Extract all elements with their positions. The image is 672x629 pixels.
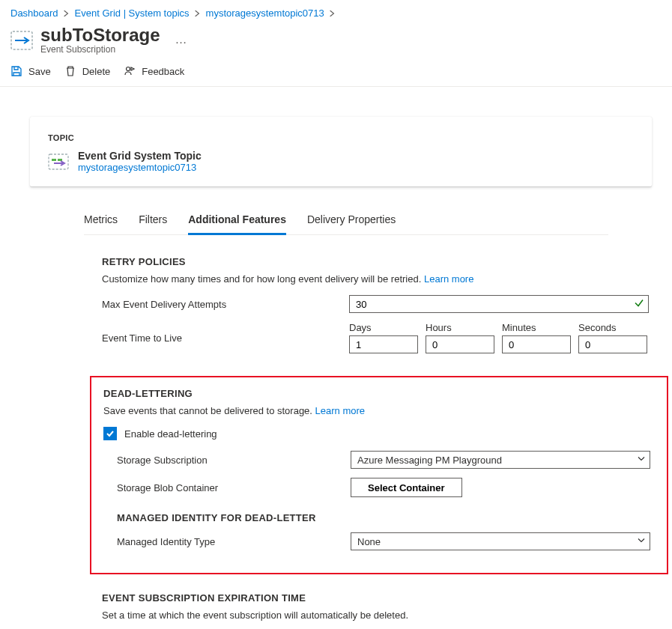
topic-card-label: TOPIC [48, 133, 634, 142]
storage-blob-label: Storage Blob Container [117, 482, 351, 493]
page-subtitle: Event Subscription [40, 44, 160, 55]
row-storage-blob-container: Storage Blob Container Select Container [103, 478, 655, 497]
max-attempts-label: Max Event Delivery Attempts [102, 299, 349, 310]
feedback-icon [124, 65, 136, 77]
save-icon [10, 65, 22, 77]
retry-learn-more-link[interactable]: Learn more [424, 273, 473, 285]
expiration-heading: EVENT SUBSCRIPTION EXPIRATION TIME [102, 592, 660, 604]
row-ttl: Event Time to Live Days Hours Minutes Se… [102, 322, 660, 353]
breadcrumb-systemtopics[interactable]: Event Grid | System topics [75, 7, 190, 19]
toolbar: Save Delete Feedback [0, 58, 672, 87]
section-expiration: EVENT SUBSCRIPTION EXPIRATION TIME Set a… [102, 592, 660, 629]
breadcrumb-dashboard[interactable]: Dashboard [10, 7, 58, 19]
retry-desc: Customize how many times and for how lon… [102, 273, 660, 285]
delete-label: Delete [82, 66, 111, 77]
save-button[interactable]: Save [10, 65, 51, 77]
managed-identity-heading: MANAGED IDENTITY FOR DEAD-LETTER [117, 512, 655, 523]
chevron-down-icon [637, 536, 646, 547]
ttl-days-input[interactable] [349, 335, 418, 353]
tab-metrics[interactable]: Metrics [84, 207, 118, 234]
tab-delivery-properties[interactable]: Delivery Properties [307, 207, 396, 234]
topic-title: Event Grid System Topic [78, 150, 202, 162]
feedback-button[interactable]: Feedback [124, 65, 184, 77]
checkbox-checked-icon [103, 427, 117, 440]
dead-letter-heading: DEAD-LETTERING [103, 388, 655, 399]
ttl-seconds-label: Seconds [578, 322, 647, 333]
row-storage-subscription: Storage Subscription Azure Messaging PM … [103, 451, 655, 469]
enable-dead-lettering-checkbox[interactable]: Enable dead-lettering [103, 427, 655, 440]
tab-additional-features[interactable]: Additional Features [188, 207, 286, 235]
save-label: Save [28, 66, 51, 77]
ttl-label: Event Time to Live [102, 332, 349, 344]
enable-dead-lettering-label: Enable dead-lettering [124, 428, 217, 440]
chevron-right-icon [194, 10, 202, 17]
ttl-minutes-input[interactable] [502, 335, 571, 353]
section-dead-lettering: DEAD-LETTERING Save events that cannot b… [90, 376, 668, 574]
ttl-minutes-label: Minutes [502, 322, 571, 333]
storage-subscription-label: Storage Subscription [117, 455, 351, 466]
ttl-hours-input[interactable] [426, 335, 494, 353]
page-title: subToStorage [40, 25, 160, 46]
breadcrumb: Dashboard Event Grid | System topics mys… [0, 0, 672, 22]
chevron-right-icon [329, 10, 336, 17]
subscription-icon [10, 29, 33, 52]
page-header: subToStorage Event Subscription … [0, 22, 672, 58]
select-container-button[interactable]: Select Container [351, 478, 462, 497]
more-actions-button[interactable]: … [175, 33, 188, 46]
ttl-hours-label: Hours [426, 322, 494, 333]
check-icon [634, 298, 644, 311]
feedback-label: Feedback [142, 66, 184, 77]
topic-link[interactable]: mystoragesystemtopic0713 [78, 162, 196, 173]
topic-card: TOPIC Event Grid System Topic mystorages… [30, 117, 652, 186]
dead-letter-learn-more-link[interactable]: Learn more [315, 405, 365, 416]
row-max-attempts: Max Event Delivery Attempts [102, 295, 660, 313]
max-attempts-input[interactable] [349, 295, 649, 313]
chevron-right-icon [63, 10, 70, 17]
content: RETRY POLICIES Customize how many times … [102, 256, 660, 629]
expiration-desc: Set a time at which the event subscripti… [102, 610, 660, 621]
delete-button[interactable]: Delete [64, 65, 111, 77]
event-grid-topic-icon [48, 151, 69, 172]
managed-identity-label: Managed Identity Type [117, 536, 351, 547]
ttl-days-label: Days [349, 322, 418, 333]
ttl-seconds-input[interactable] [578, 335, 647, 353]
delete-icon [64, 65, 76, 77]
storage-subscription-select[interactable]: Azure Messaging PM Playground [351, 451, 650, 469]
svg-rect-3 [52, 159, 56, 161]
tab-filters[interactable]: Filters [139, 207, 167, 234]
dead-letter-desc: Save events that cannot be delivered to … [103, 405, 655, 416]
section-retry-policies: RETRY POLICIES Customize how many times … [102, 256, 660, 353]
svg-rect-2 [49, 154, 68, 169]
chevron-down-icon [637, 455, 646, 466]
tab-bar: Metrics Filters Additional Features Deli… [84, 207, 608, 235]
retry-heading: RETRY POLICIES [102, 256, 660, 267]
managed-identity-select[interactable]: None [351, 532, 650, 550]
breadcrumb-topicname[interactable]: mystoragesystemtopic0713 [206, 7, 324, 19]
svg-point-1 [127, 67, 130, 71]
row-managed-identity-type: Managed Identity Type None [103, 532, 655, 550]
